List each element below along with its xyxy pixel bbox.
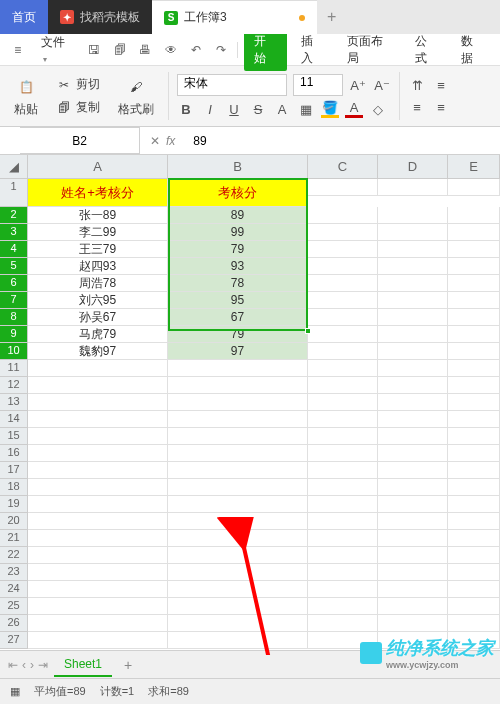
cell[interactable] <box>168 360 308 377</box>
cell[interactable] <box>378 462 448 479</box>
cell[interactable] <box>308 496 378 513</box>
cell[interactable]: 王三79 <box>28 241 168 258</box>
cell[interactable] <box>168 615 308 632</box>
cell[interactable] <box>28 377 168 394</box>
cell[interactable]: 99 <box>168 224 308 241</box>
cell[interactable] <box>308 179 378 196</box>
cell[interactable] <box>308 309 378 326</box>
cell[interactable] <box>448 615 500 632</box>
paste-button[interactable]: 📋 粘贴 <box>8 73 44 120</box>
bold-button[interactable]: B <box>177 100 195 118</box>
align-top-icon[interactable]: ⇈ <box>408 76 426 94</box>
font-color-button[interactable]: A <box>345 100 363 118</box>
cell-header[interactable]: 姓名+考核分 <box>28 179 168 207</box>
cell[interactable] <box>168 547 308 564</box>
row-header[interactable]: 25 <box>0 598 28 615</box>
tab-workbook[interactable]: S 工作簿3 <box>152 0 317 34</box>
formula-input[interactable] <box>185 127 500 154</box>
cell[interactable] <box>448 513 500 530</box>
row-header[interactable]: 8 <box>0 309 28 326</box>
cell[interactable] <box>168 445 308 462</box>
cell[interactable]: 97 <box>168 343 308 360</box>
cell[interactable] <box>448 292 500 309</box>
cell[interactable] <box>378 411 448 428</box>
cell[interactable]: 周浩78 <box>28 275 168 292</box>
cell[interactable] <box>378 292 448 309</box>
cell[interactable] <box>448 428 500 445</box>
cell[interactable] <box>168 479 308 496</box>
cell[interactable] <box>378 394 448 411</box>
fx-icon[interactable]: fx <box>166 134 175 148</box>
align-center-icon[interactable]: ≡ <box>432 98 450 116</box>
cell[interactable] <box>28 547 168 564</box>
row-header[interactable]: 2 <box>0 207 28 224</box>
row-header[interactable]: 22 <box>0 547 28 564</box>
cell[interactable]: 张一89 <box>28 207 168 224</box>
cell[interactable] <box>308 411 378 428</box>
italic-button[interactable]: I <box>201 100 219 118</box>
menu-insert[interactable]: 插入 <box>293 29 332 71</box>
cell[interactable] <box>28 411 168 428</box>
cell[interactable] <box>448 411 500 428</box>
cell[interactable]: 93 <box>168 258 308 275</box>
cell[interactable]: 赵四93 <box>28 258 168 275</box>
fill-color-button[interactable]: 🪣 <box>321 100 339 118</box>
cell[interactable] <box>378 598 448 615</box>
tab-home[interactable]: 首页 <box>0 0 48 34</box>
select-all-corner[interactable]: ◢ <box>0 155 28 179</box>
row-header[interactable]: 11 <box>0 360 28 377</box>
cell[interactable] <box>168 377 308 394</box>
cell[interactable] <box>378 530 448 547</box>
undo-icon[interactable]: ↶ <box>186 40 205 60</box>
cell[interactable] <box>448 530 500 547</box>
cell[interactable] <box>448 479 500 496</box>
spreadsheet-grid[interactable]: ◢ABCDE1姓名+考核分考核分2张一89893李二99994王三79795赵四… <box>0 155 500 655</box>
cell[interactable] <box>378 564 448 581</box>
cell[interactable] <box>28 513 168 530</box>
align-left-icon[interactable]: ≡ <box>408 98 426 116</box>
cell[interactable] <box>448 241 500 258</box>
cell[interactable] <box>378 496 448 513</box>
font-style-button[interactable]: A <box>273 100 291 118</box>
cell[interactable] <box>28 479 168 496</box>
sheet-nav-last-icon[interactable]: ⇥ <box>38 658 48 672</box>
cell[interactable] <box>168 513 308 530</box>
cell[interactable] <box>28 632 168 649</box>
cell[interactable] <box>168 598 308 615</box>
cell[interactable] <box>448 394 500 411</box>
cell[interactable] <box>378 377 448 394</box>
row-header[interactable]: 18 <box>0 479 28 496</box>
cell[interactable] <box>448 496 500 513</box>
cell[interactable] <box>308 292 378 309</box>
cell[interactable] <box>28 530 168 547</box>
cell[interactable] <box>28 598 168 615</box>
copy-button[interactable]: 🗐 复制 <box>52 97 104 118</box>
row-header[interactable]: 20 <box>0 513 28 530</box>
cell[interactable] <box>308 581 378 598</box>
cell[interactable] <box>168 394 308 411</box>
tab-templates[interactable]: ✦ 找稻壳模板 <box>48 0 152 34</box>
row-header[interactable]: 4 <box>0 241 28 258</box>
row-header[interactable]: 7 <box>0 292 28 309</box>
cell[interactable] <box>378 615 448 632</box>
row-header[interactable]: 21 <box>0 530 28 547</box>
cell[interactable] <box>448 564 500 581</box>
cell[interactable] <box>448 462 500 479</box>
row-header[interactable]: 13 <box>0 394 28 411</box>
cell[interactable] <box>308 598 378 615</box>
cell[interactable] <box>28 615 168 632</box>
cell[interactable] <box>308 258 378 275</box>
row-header[interactable]: 3 <box>0 224 28 241</box>
column-header[interactable]: E <box>448 155 500 179</box>
cell[interactable] <box>378 479 448 496</box>
cell[interactable]: 刘六95 <box>28 292 168 309</box>
row-header[interactable]: 16 <box>0 445 28 462</box>
cell[interactable] <box>308 343 378 360</box>
row-header[interactable]: 5 <box>0 258 28 275</box>
column-header[interactable]: A <box>28 155 168 179</box>
cell[interactable] <box>308 207 378 224</box>
cell[interactable] <box>28 496 168 513</box>
save-icon[interactable]: 🖫 <box>85 40 104 60</box>
cell[interactable] <box>378 513 448 530</box>
cell[interactable] <box>378 179 448 196</box>
